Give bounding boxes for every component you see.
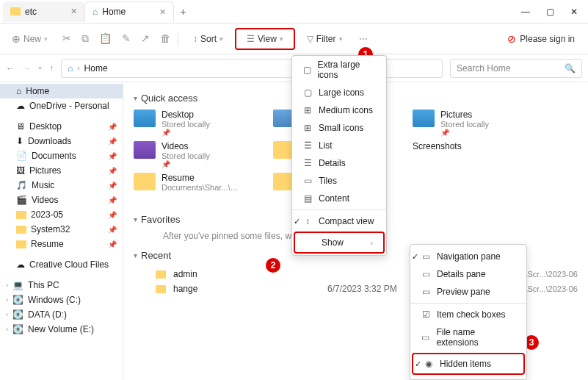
minimize-icon[interactable]: — bbox=[521, 7, 530, 17]
sidebar-item-this-pc[interactable]: ›💻This PC bbox=[0, 278, 123, 293]
sort-button[interactable]: ↕Sort▾ bbox=[186, 31, 231, 47]
view-menu-list[interactable]: ☰List bbox=[292, 137, 386, 154]
view-dropdown: ▢Extra large icons▢Large icons⊞Medium ic… bbox=[291, 55, 387, 256]
view-menu-tiles[interactable]: ▭Tiles bbox=[292, 172, 386, 190]
view-menu-content[interactable]: ▤Content bbox=[292, 190, 386, 207]
quick-access-pictures[interactable]: PicturesStored locally📌 bbox=[413, 110, 523, 137]
sidebar-item-creative-cloud-files[interactable]: ☁Creative Cloud Files bbox=[0, 257, 123, 272]
up-button[interactable]: ↑ bbox=[49, 63, 54, 74]
show-menu-navigation-pane[interactable]: ✓▭Navigation pane bbox=[410, 248, 526, 265]
paste-icon[interactable]: 📋 bbox=[99, 32, 112, 45]
sidebar-item-data-d-[interactable]: ›💽DATA (D:) bbox=[0, 307, 123, 322]
sidebar-item-new-volume-e-[interactable]: ›💽New Volume (E:) bbox=[0, 322, 123, 337]
delete-icon[interactable]: 🗑 bbox=[160, 32, 170, 45]
view-menu-show[interactable]: Show› bbox=[294, 232, 385, 254]
sidebar-item-2023-05[interactable]: 2023-05📌 bbox=[0, 207, 123, 222]
quick-access-desktop[interactable]: DesktopStored locally📌 bbox=[134, 110, 244, 137]
view-button[interactable]: ☰View▾ bbox=[235, 28, 295, 50]
sidebar-item-resume[interactable]: Resume📌 bbox=[0, 237, 123, 251]
sidebar-item-system32[interactable]: System32📌 bbox=[0, 222, 123, 237]
new-tab-button[interactable]: + bbox=[174, 6, 192, 18]
tab-home[interactable]: ⌂Home✕ bbox=[84, 1, 174, 22]
show-menu-file-name-extensions[interactable]: ▭File name extensions bbox=[410, 323, 526, 351]
show-menu-details-pane[interactable]: ▭Details pane bbox=[410, 265, 526, 283]
sidebar-item-windows-c-[interactable]: ›💽Windows (C:) bbox=[0, 293, 123, 307]
search-input[interactable]: Search Home🔍 bbox=[450, 59, 582, 78]
sidebar-item-music[interactable]: 🎵Music📌 bbox=[0, 178, 123, 193]
show-submenu: ✓▭Navigation pane▭Details pane▭Preview p… bbox=[410, 244, 527, 380]
sidebar-item-desktop[interactable]: 🖥Desktop📌 bbox=[0, 119, 123, 134]
new-button[interactable]: ⊕New▾ bbox=[6, 30, 54, 48]
forward-button[interactable]: → bbox=[22, 63, 31, 74]
sidebar-item-videos[interactable]: 🎬Videos📌 bbox=[0, 193, 123, 207]
show-menu-hidden-items[interactable]: ✓◉Hidden items bbox=[412, 353, 525, 375]
view-menu-extra-large-icons[interactable]: ▢Extra large icons bbox=[292, 56, 386, 84]
sidebar-item-pictures[interactable]: 🖼Pictures📌 bbox=[0, 163, 123, 178]
close-icon[interactable]: ✕ bbox=[70, 7, 77, 16]
show-menu-preview-pane[interactable]: ▭Preview pane bbox=[410, 283, 526, 301]
maximize-icon[interactable]: ▢ bbox=[546, 7, 554, 17]
share-icon[interactable]: ↗ bbox=[141, 32, 150, 45]
close-window-icon[interactable]: ✕ bbox=[570, 7, 578, 17]
search-icon[interactable]: 🔍 bbox=[565, 63, 576, 74]
rename-icon[interactable]: ✎ bbox=[122, 32, 131, 45]
quick-access-videos[interactable]: VideosStored locally📌 bbox=[134, 141, 244, 168]
sidebar-item-downloads[interactable]: ⬇Downloads📌 bbox=[0, 134, 123, 148]
view-menu-compact-view[interactable]: ✓↕Compact view bbox=[292, 212, 386, 230]
annotation-2: 2 bbox=[266, 258, 280, 273]
show-menu-item-check-boxes[interactable]: ☑Item check boxes bbox=[410, 306, 526, 323]
view-menu-medium-icons[interactable]: ⊞Medium icons bbox=[292, 101, 386, 119]
quick-access-screenshots[interactable]: Screenshots bbox=[413, 141, 479, 168]
more-button[interactable]: ⋯ bbox=[353, 31, 374, 47]
tab-etc[interactable]: etc✕ bbox=[3, 1, 84, 22]
sidebar-item-home[interactable]: ⌂Home bbox=[0, 84, 123, 98]
quick-access-resume[interactable]: ResumeDocuments\Shar...\2023-05 bbox=[134, 173, 244, 192]
sidebar-item-documents[interactable]: 📄Documents📌 bbox=[0, 148, 123, 163]
cut-icon[interactable]: ✂ bbox=[62, 32, 71, 45]
sidebar-item-onedrive-personal[interactable]: ☁OneDrive - Personal bbox=[0, 98, 123, 113]
copy-icon[interactable]: ⧉ bbox=[81, 32, 89, 45]
history-button[interactable]: ▾ bbox=[38, 64, 42, 72]
view-menu-details[interactable]: ☰Details bbox=[292, 154, 386, 172]
back-button[interactable]: ← bbox=[6, 63, 15, 74]
view-menu-large-icons[interactable]: ▢Large icons bbox=[292, 84, 386, 101]
sign-in-button[interactable]: ⊘Please sign in bbox=[500, 33, 582, 45]
view-menu-small-icons[interactable]: ⊞Small icons bbox=[292, 119, 386, 137]
close-icon[interactable]: ✕ bbox=[159, 7, 166, 17]
filter-button[interactable]: ▽Filter▾ bbox=[300, 31, 350, 47]
